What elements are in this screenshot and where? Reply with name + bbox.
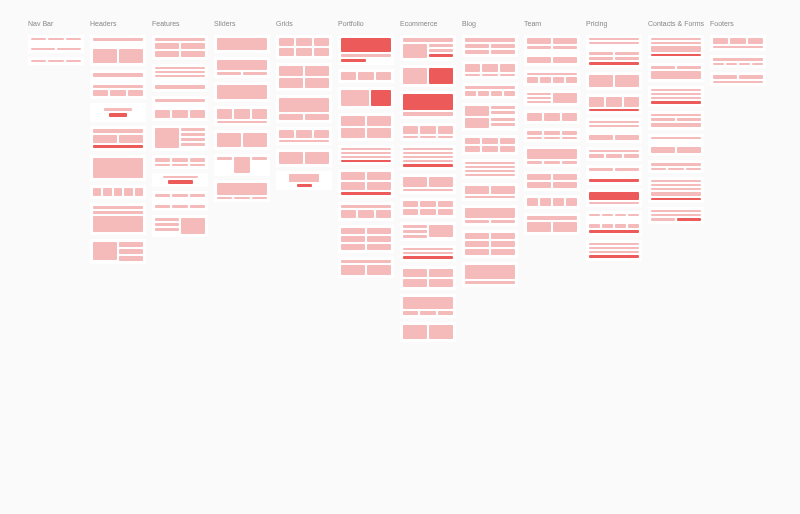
slider-wireframe[interactable] bbox=[214, 57, 270, 78]
category-label: Blog bbox=[462, 20, 518, 27]
team-wireframe[interactable] bbox=[524, 146, 580, 167]
blog-wireframe[interactable] bbox=[462, 230, 518, 258]
portfolio-wireframe[interactable] bbox=[338, 202, 394, 221]
slider-wireframe[interactable] bbox=[214, 130, 270, 150]
ecommerce-wireframe[interactable] bbox=[400, 245, 456, 262]
grid-wireframe[interactable] bbox=[276, 95, 332, 123]
ecommerce-wireframe[interactable] bbox=[400, 123, 456, 141]
portfolio-wireframe[interactable] bbox=[338, 169, 394, 198]
blog-wireframe[interactable] bbox=[462, 159, 518, 179]
pricing-wireframe[interactable] bbox=[586, 240, 642, 261]
portfolio-wireframe[interactable] bbox=[338, 145, 394, 165]
footer-wireframe[interactable] bbox=[710, 35, 766, 51]
team-wireframe[interactable] bbox=[524, 213, 580, 235]
pricing-wireframe[interactable] bbox=[586, 147, 642, 161]
grid-wireframe[interactable] bbox=[276, 171, 332, 190]
blog-wireframe[interactable] bbox=[462, 83, 518, 99]
ecommerce-wireframe[interactable] bbox=[400, 322, 456, 342]
slider-wireframe[interactable] bbox=[214, 154, 270, 176]
team-wireframe[interactable] bbox=[524, 35, 580, 66]
contact-wireframe[interactable] bbox=[648, 207, 704, 224]
team-wireframe[interactable] bbox=[524, 171, 580, 191]
blog-wireframe[interactable] bbox=[462, 35, 518, 57]
category-label: Footers bbox=[710, 20, 766, 27]
feature-wireframe[interactable] bbox=[152, 125, 208, 151]
navbar-wireframe[interactable] bbox=[28, 57, 84, 65]
slider-wireframe[interactable] bbox=[214, 35, 270, 53]
pricing-wireframe[interactable] bbox=[586, 165, 642, 185]
category-grids: Grids bbox=[276, 20, 332, 194]
pricing-wireframe[interactable] bbox=[586, 118, 642, 143]
feature-wireframe[interactable] bbox=[152, 191, 208, 211]
ecommerce-wireframe[interactable] bbox=[400, 198, 456, 218]
grid-wireframe[interactable] bbox=[276, 149, 332, 167]
header-wireframe[interactable] bbox=[90, 239, 146, 264]
grid-wireframe[interactable] bbox=[276, 63, 332, 91]
portfolio-wireframe[interactable] bbox=[338, 257, 394, 278]
pricing-wireframe[interactable] bbox=[586, 72, 642, 90]
team-wireframe[interactable] bbox=[524, 90, 580, 106]
blog-wireframe[interactable] bbox=[462, 135, 518, 155]
blog-wireframe[interactable] bbox=[462, 103, 518, 131]
grid-wireframe[interactable] bbox=[276, 35, 332, 59]
slider-wireframe[interactable] bbox=[214, 82, 270, 102]
contact-wireframe[interactable] bbox=[648, 111, 704, 130]
portfolio-wireframe[interactable] bbox=[338, 113, 394, 141]
navbar-wireframe[interactable] bbox=[28, 35, 84, 53]
team-wireframe[interactable] bbox=[524, 110, 580, 124]
grid-wireframe[interactable] bbox=[276, 127, 332, 145]
team-wireframe[interactable] bbox=[524, 70, 580, 86]
header-wireframe[interactable] bbox=[90, 103, 146, 122]
portfolio-wireframe[interactable] bbox=[338, 87, 394, 109]
ecommerce-wireframe[interactable] bbox=[400, 294, 456, 318]
contact-wireframe[interactable] bbox=[648, 63, 704, 82]
header-wireframe[interactable] bbox=[90, 155, 146, 181]
ecommerce-wireframe[interactable] bbox=[400, 266, 456, 290]
category-label: Sliders bbox=[214, 20, 270, 27]
contact-wireframe[interactable] bbox=[648, 134, 704, 156]
pricing-wireframe[interactable] bbox=[586, 35, 642, 68]
slider-wireframe[interactable] bbox=[214, 106, 270, 126]
feature-wireframe[interactable] bbox=[152, 215, 208, 237]
slider-wireframe[interactable] bbox=[214, 180, 270, 202]
contact-wireframe[interactable] bbox=[648, 86, 704, 107]
header-wireframe[interactable] bbox=[90, 126, 146, 151]
feature-wireframe[interactable] bbox=[152, 155, 208, 169]
ecommerce-wireframe[interactable] bbox=[400, 91, 456, 119]
pricing-wireframe[interactable] bbox=[586, 94, 642, 114]
feature-wireframe[interactable] bbox=[152, 96, 208, 121]
category-portfolio: Portfolio bbox=[338, 20, 394, 282]
ecommerce-wireframe[interactable] bbox=[400, 35, 456, 61]
team-wireframe[interactable] bbox=[524, 128, 580, 142]
feature-wireframe[interactable] bbox=[152, 173, 208, 187]
contact-wireframe[interactable] bbox=[648, 177, 704, 203]
ecommerce-wireframe[interactable] bbox=[400, 222, 456, 241]
header-wireframe[interactable] bbox=[90, 70, 146, 99]
blog-wireframe[interactable] bbox=[462, 183, 518, 201]
header-wireframe[interactable] bbox=[90, 185, 146, 199]
pricing-wireframe[interactable] bbox=[586, 189, 642, 207]
contact-wireframe[interactable] bbox=[648, 35, 704, 59]
header-wireframe[interactable] bbox=[90, 203, 146, 235]
footer-wireframe[interactable] bbox=[710, 55, 766, 68]
team-wireframe[interactable] bbox=[524, 195, 580, 209]
portfolio-wireframe[interactable] bbox=[338, 35, 394, 65]
footer-wireframe[interactable] bbox=[710, 72, 766, 86]
feature-wireframe[interactable] bbox=[152, 64, 208, 92]
ecommerce-wireframe[interactable] bbox=[400, 174, 456, 194]
blog-wireframe[interactable] bbox=[462, 262, 518, 287]
category-label: Grids bbox=[276, 20, 332, 27]
blog-wireframe[interactable] bbox=[462, 61, 518, 79]
feature-wireframe[interactable] bbox=[152, 35, 208, 60]
portfolio-wireframe[interactable] bbox=[338, 69, 394, 83]
pricing-wireframe[interactable] bbox=[586, 211, 642, 236]
blog-wireframe[interactable] bbox=[462, 205, 518, 226]
portfolio-wireframe[interactable] bbox=[338, 225, 394, 253]
ecommerce-wireframe[interactable] bbox=[400, 145, 456, 170]
contact-wireframe[interactable] bbox=[648, 160, 704, 173]
ecommerce-wireframe[interactable] bbox=[400, 65, 456, 87]
category-team: Team bbox=[524, 20, 580, 239]
category-navbar: Nav Bar bbox=[28, 20, 84, 69]
category-contacts: Contacts & Forms bbox=[648, 20, 704, 228]
header-wireframe[interactable] bbox=[90, 35, 146, 66]
